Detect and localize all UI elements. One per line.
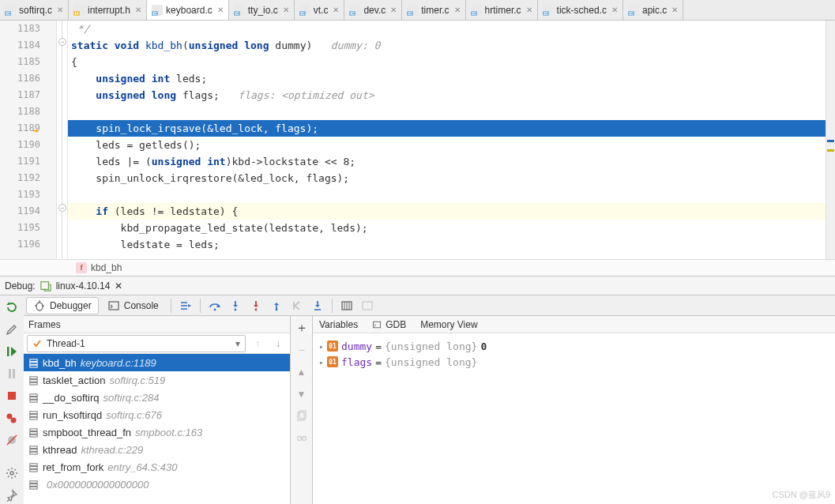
close-icon[interactable]: ✕ xyxy=(57,6,63,14)
evaluate-expression-button[interactable] xyxy=(337,297,356,314)
file-tab[interactable]: Chrtimer.c✕ xyxy=(466,0,538,20)
line-number[interactable]: 1183 xyxy=(0,21,40,37)
svg-rect-68 xyxy=(30,382,37,385)
thread-selector[interactable]: Thread-1 ▾ xyxy=(27,335,246,352)
stack-frame[interactable]: __do_softirq softirq.c:284 xyxy=(24,389,290,406)
line-number[interactable]: 1195 xyxy=(0,220,40,236)
show-execution-point-button[interactable] xyxy=(176,297,195,314)
line-number[interactable]: 1190 xyxy=(0,137,40,153)
frame-down-button[interactable]: ↓ xyxy=(269,335,287,352)
line-number[interactable]: 1184 xyxy=(0,37,40,54)
close-icon[interactable]: ✕ xyxy=(283,6,289,14)
variable-name: flags xyxy=(341,356,372,368)
line-number[interactable]: 1196 xyxy=(0,236,40,253)
svg-rect-82 xyxy=(30,466,37,468)
line-number[interactable]: 1185 xyxy=(0,54,40,70)
variables-tab[interactable]: Variables xyxy=(319,319,358,330)
editor-overview-ruler[interactable] xyxy=(826,21,835,259)
memory-view-tab[interactable]: Memory View xyxy=(420,319,477,330)
stack-frame[interactable]: smpboot_thread_fn smpboot.c:163 xyxy=(24,423,290,441)
close-icon[interactable]: ✕ xyxy=(135,6,141,14)
file-tab[interactable]: Cvt.c✕ xyxy=(295,0,345,20)
svg-point-40 xyxy=(36,303,43,310)
file-icon: C xyxy=(407,5,418,16)
stack-frame[interactable]: run_ksoftirqd softirq.c:676 xyxy=(24,406,290,423)
code-viewport[interactable]: */ static void kbd_bh(unsigned long dumm… xyxy=(68,21,826,259)
close-icon[interactable]: ✕ xyxy=(390,6,397,14)
watch-down-button[interactable]: ▼ xyxy=(292,386,311,403)
debug-settings-gear-icon[interactable] xyxy=(2,465,21,482)
console-tab[interactable]: Console xyxy=(100,297,166,314)
close-icon[interactable]: ✕ xyxy=(671,6,678,14)
stack-frame[interactable]: tasklet_action softirq.c:519 xyxy=(24,371,290,389)
stack-frame[interactable]: 0x0000000000000000 xyxy=(24,476,290,493)
variable-row[interactable]: ▸01dummy = {unsigned long} 0 xyxy=(319,338,829,354)
run-to-cursor-button[interactable] xyxy=(308,297,327,314)
line-number[interactable]: 1187 xyxy=(0,87,40,103)
close-icon[interactable]: ✕ xyxy=(454,6,461,14)
file-tab[interactable]: Csoftirq.c✕ xyxy=(0,0,69,20)
stack-frame[interactable]: ret_from_fork entry_64.S:430 xyxy=(24,458,290,476)
force-step-into-button[interactable] xyxy=(246,297,265,314)
view-breakpoints-button[interactable] xyxy=(2,409,21,427)
line-number[interactable]: 1186 xyxy=(0,70,40,87)
drop-frame-button[interactable] xyxy=(288,297,307,314)
watch-up-button[interactable]: ▲ xyxy=(292,363,311,381)
pin-button[interactable] xyxy=(2,487,21,504)
execution-point-line[interactable]: spin_lock_irqsave(&led_lock, flags); xyxy=(68,120,826,137)
file-tab[interactable]: Capic.c✕ xyxy=(623,0,683,20)
line-number[interactable]: 1192 xyxy=(0,170,40,186)
variables-list[interactable]: ▸01dummy = {unsigned long} 0▸01flags = {… xyxy=(313,333,835,504)
mute-breakpoints-button[interactable] xyxy=(2,431,21,449)
close-icon[interactable]: ✕ xyxy=(333,6,339,14)
file-tab[interactable]: Hinterrupt.h✕ xyxy=(69,0,147,20)
file-tab[interactable]: Cdev.c✕ xyxy=(344,0,402,20)
expand-icon[interactable]: ▸ xyxy=(319,358,324,367)
step-over-button[interactable] xyxy=(205,297,224,314)
expand-icon[interactable]: ▸ xyxy=(319,342,324,351)
trace-button[interactable] xyxy=(358,297,377,314)
frame-function: ret_from_fork xyxy=(43,461,103,473)
resume-button[interactable] xyxy=(2,343,21,360)
line-number[interactable]: 1188 xyxy=(0,103,40,120)
frame-location: entry_64.S:430 xyxy=(107,461,177,473)
close-icon[interactable]: ✕ xyxy=(217,6,224,14)
stack-frame[interactable]: kbd_bh keyboard.c:1189 xyxy=(24,354,290,371)
new-watch-button[interactable]: ＋ xyxy=(292,319,311,337)
variable-row[interactable]: ▸01flags = {unsigned long} xyxy=(319,354,829,370)
close-icon[interactable]: ✕ xyxy=(526,6,532,14)
line-number[interactable]: 1193 xyxy=(0,186,40,203)
frames-list[interactable]: kbd_bh keyboard.c:1189tasklet_action sof… xyxy=(24,354,290,504)
pause-button[interactable] xyxy=(2,365,21,382)
frame-location: softirq.c:676 xyxy=(106,409,162,421)
fold-toggle-icon[interactable]: − xyxy=(58,38,66,46)
stack-frame[interactable]: kthread kthread.c:229 xyxy=(24,441,290,458)
file-tab[interactable]: Ckeyboard.c✕ xyxy=(147,0,229,20)
step-into-button[interactable] xyxy=(226,297,245,314)
gdb-tab[interactable]: GDB xyxy=(372,319,406,330)
close-icon[interactable]: ✕ xyxy=(115,280,122,291)
debugger-tab[interactable]: Debugger xyxy=(26,297,99,314)
file-tab[interactable]: Ctick-sched.c✕ xyxy=(538,0,623,20)
svg-rect-79 xyxy=(30,449,37,451)
symbol-breadcrumb[interactable]: f kbd_bh xyxy=(0,259,835,276)
close-icon[interactable]: ✕ xyxy=(611,6,618,14)
line-number[interactable]: 1194 xyxy=(0,203,40,220)
frame-function: kbd_bh xyxy=(43,357,77,369)
settings-button[interactable] xyxy=(2,321,21,338)
remove-watch-button[interactable]: － xyxy=(292,341,311,359)
frame-up-button[interactable]: ↑ xyxy=(249,335,266,352)
rerun-button[interactable] xyxy=(2,299,21,316)
step-out-button[interactable] xyxy=(267,297,286,314)
file-tab[interactable]: Ctimer.c✕ xyxy=(402,0,465,20)
run-config-name[interactable]: linux-4.10.14 xyxy=(56,280,111,291)
fold-gutter: − − xyxy=(57,21,68,259)
line-number[interactable]: 1189➔ xyxy=(0,120,40,137)
fold-toggle-icon[interactable]: − xyxy=(58,204,66,212)
copy-button[interactable] xyxy=(292,408,311,425)
file-tab[interactable]: Ctty_io.c✕ xyxy=(229,0,295,20)
link-button[interactable] xyxy=(292,430,311,447)
svg-text:C: C xyxy=(630,11,634,16)
stop-button[interactable] xyxy=(2,387,21,404)
line-number[interactable]: 1191 xyxy=(0,153,40,170)
